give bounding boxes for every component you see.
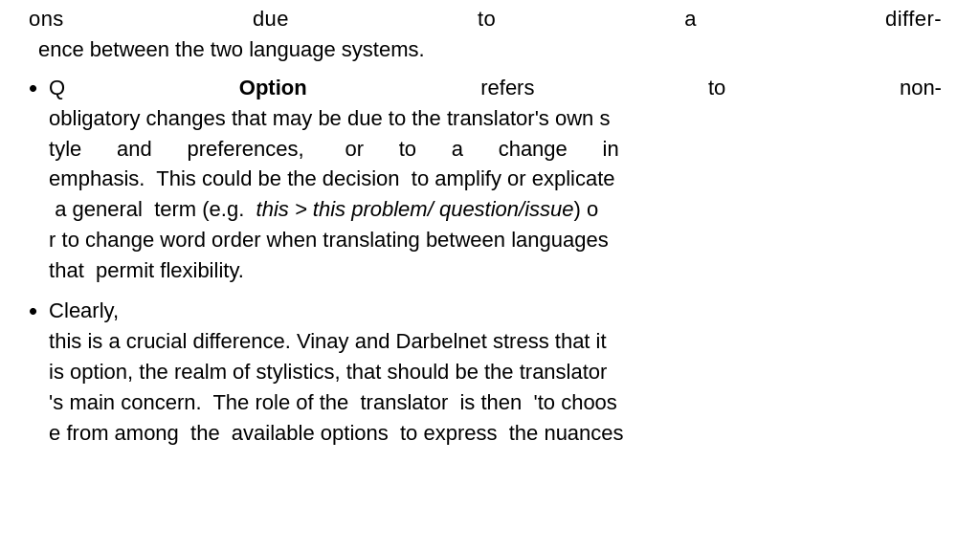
top-word-2: due	[253, 4, 289, 34]
bullet-item-option: • Q Option refers to non- obligatory cha…	[29, 73, 942, 286]
top-word-1: ons	[29, 4, 64, 34]
page-content: ons due to a differ- ence between the tw…	[29, 0, 942, 448]
bullet-content-option: Q Option refers to non- obligatory chang…	[49, 73, 942, 286]
bullet-dot-1: •	[29, 71, 37, 107]
bullet-dot-2: •	[29, 294, 37, 330]
top-word-4: a	[684, 4, 697, 34]
clearly-body: this is a crucial difference. Vinay and …	[49, 326, 942, 449]
bullet-list: • Q Option refers to non- obligatory cha…	[29, 73, 942, 449]
clearly-label: Clearly,	[49, 296, 942, 326]
option-body: obligatory changes that may be due to th…	[49, 103, 942, 286]
option-word: Option	[239, 73, 307, 103]
bullet-content-clearly: Clearly, this is a crucial difference. V…	[49, 296, 942, 448]
option-refers: refers	[480, 73, 534, 103]
option-header-row: Q Option refers to non-	[49, 73, 942, 103]
option-q: Q	[49, 73, 65, 103]
top-line: ons due to a differ-	[29, 0, 942, 34]
bullet-item-clearly: • Clearly, this is a crucial difference.…	[29, 296, 942, 448]
top-word-3: to	[478, 4, 496, 34]
continuation-line: ence between the two language systems.	[29, 34, 942, 73]
option-non: non-	[900, 73, 942, 103]
top-word-5: differ-	[885, 4, 942, 34]
option-first-line: Q Option refers to non-	[49, 73, 942, 103]
option-to: to	[708, 73, 725, 103]
